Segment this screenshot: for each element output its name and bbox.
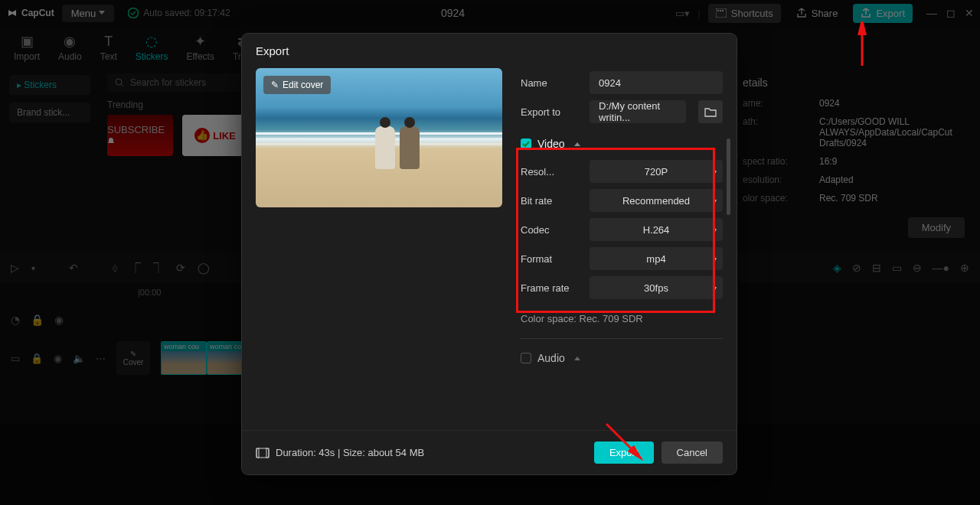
exportto-path[interactable]: D:/My content writin...: [590, 100, 686, 123]
checkbox-checked-icon: [521, 138, 531, 149]
choose-folder-button[interactable]: [698, 100, 723, 123]
framerate-select[interactable]: 30fps▾: [590, 276, 723, 299]
format-select[interactable]: mp4▾: [590, 247, 723, 270]
bitrate-select[interactable]: Recommended▾: [590, 189, 723, 212]
chevron-down-icon: ▾: [713, 168, 717, 176]
collapse-up-icon: [574, 142, 580, 146]
chevron-down-icon: ▾: [713, 255, 717, 263]
resolution-select[interactable]: 720P▾: [590, 160, 723, 183]
exportto-label: Export to: [521, 106, 582, 118]
collapse-up-icon: [574, 357, 580, 360]
export-confirm-button[interactable]: Export: [594, 441, 654, 464]
chevron-down-icon: ▾: [713, 226, 717, 234]
film-icon: [256, 448, 270, 458]
svg-rect-9: [266, 448, 269, 458]
name-input[interactable]: 0924: [590, 71, 723, 94]
format-label: Format: [521, 253, 582, 265]
export-info: Duration: 43s | Size: about 54 MB: [256, 447, 424, 458]
pencil-icon: ✎: [271, 80, 279, 90]
scrollbar[interactable]: [727, 138, 730, 215]
bitrate-label: Bit rate: [521, 195, 582, 207]
cancel-button[interactable]: Cancel: [662, 441, 723, 464]
folder-icon: [704, 106, 717, 117]
codec-label: Codec: [521, 224, 582, 236]
cover-preview: ✎ Edit cover: [256, 68, 502, 207]
svg-rect-7: [256, 448, 269, 458]
edit-cover-button[interactable]: ✎ Edit cover: [263, 76, 331, 94]
checkbox-empty-icon: [521, 353, 531, 363]
audio-section-toggle[interactable]: Audio: [521, 345, 723, 371]
video-section-toggle[interactable]: Video: [521, 131, 723, 157]
framerate-label: Frame rate: [521, 282, 582, 294]
export-dialog: Export ✎ Edit cover Name 0924 Export to …: [242, 34, 737, 474]
colorspace-info: Color space: Rec. 709 SDR: [521, 313, 723, 324]
chevron-down-icon: ▾: [713, 284, 717, 292]
svg-rect-8: [256, 448, 259, 458]
chevron-down-icon: ▾: [713, 197, 717, 205]
codec-select[interactable]: H.264▾: [590, 218, 723, 241]
dialog-title: Export: [242, 34, 737, 68]
name-label: Name: [521, 77, 582, 89]
resolution-label: Resol...: [521, 166, 582, 178]
